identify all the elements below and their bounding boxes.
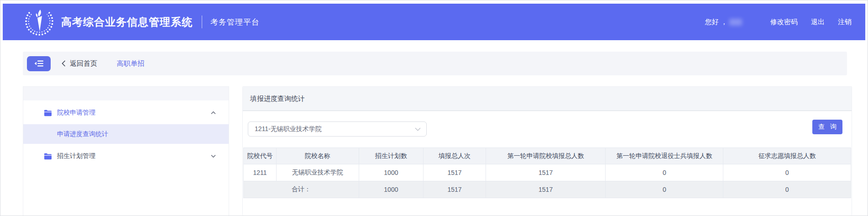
user-greeting: 您好 ， [705,18,742,26]
header-cell-total-submissions: 填报总人次 [423,148,486,164]
sidebar-top-strip [23,87,229,100]
breadcrumb-bar: 返回首页 高职单招 [23,52,847,75]
school-select[interactable]: 1211-无锡职业技术学院 [248,121,427,137]
summary-label: 合计： [244,181,359,198]
logout-link[interactable]: 注销 [838,18,852,26]
title-divider [202,16,202,28]
chevron-down-icon [211,155,216,158]
page-title: 填报进度查询统计 [250,95,305,103]
sidebar: 院校申请管理 申请进度查询统计 招生计划管理 [23,86,229,216]
collapse-menu-button[interactable] [27,56,51,71]
table-cell: 1211 [244,164,277,181]
folder-icon [44,153,52,160]
panel-header: 填报进度查询统计 [243,87,852,111]
summary-cell: 0 [606,181,723,198]
summary-cell: 1517 [486,181,606,198]
header-cell-supplementary-total: 征求志愿填报总人数 [723,148,851,164]
fold-menu-icon [34,60,44,67]
username-redacted [729,19,742,26]
summary-cell: 0 [723,181,851,198]
sidebar-group-college-application[interactable]: 院校申请管理 [23,104,229,122]
header-cell-plan-count: 招生计划数 [359,148,423,164]
sidebar-item-application-progress[interactable]: 申请进度查询统计 [23,124,229,144]
table-cell: 0 [723,164,851,181]
chevron-left-icon [62,60,66,67]
exit-link[interactable]: 退出 [811,18,825,26]
summary-cell: 1000 [359,181,423,198]
sidebar-group-enrollment-plan[interactable]: 招生计划管理 [23,147,229,165]
stats-table: 院校代号 院校名称 招生计划数 填报总人次 第一轮申请院校填报总人数 第一轮申请… [243,148,851,198]
sidebar-group-label: 招生计划管理 [57,152,95,160]
table-cell: 1000 [359,164,423,181]
table-cell: 1517 [423,164,486,181]
app-header: 高考综合业务信息管理系统 考务管理平台 您好 ， 修改密码 退出 注销 [3,4,865,40]
logo-icon [23,5,56,38]
table-cell: 1517 [486,164,606,181]
header-cell-college-name: 院校名称 [276,148,359,164]
table-header-row: 院校代号 院校名称 招生计划数 填报总人次 第一轮申请院校填报总人数 第一轮申请… [244,148,851,164]
back-label: 返回首页 [70,59,97,68]
app-subtitle: 考务管理平台 [210,17,260,27]
main-panel: 填报进度查询统计 1211-无锡职业技术学院 查 询 院校代号 院校名称 招生计… [242,86,852,216]
header-cell-round1-total: 第一轮申请院校填报总人数 [486,148,606,164]
back-link[interactable]: 返回首页 [62,59,97,68]
header-user-area: 您好 ， 修改密码 退出 注销 [705,18,852,26]
header-cell-college-code: 院校代号 [244,148,277,164]
greeting-text: 您好 ， [705,18,727,26]
chevron-up-icon [211,111,216,115]
sidebar-item-label: 申请进度查询统计 [57,130,108,138]
summary-cell: 1517 [423,181,486,198]
folder-icon [44,110,52,116]
table-row: 1211 无锡职业技术学院 1000 1517 1517 0 0 [244,164,851,181]
app-title: 高考综合业务信息管理系统 [61,15,193,29]
sidebar-group-label: 院校申请管理 [57,109,95,117]
table-cell: 无锡职业技术学院 [276,164,359,181]
table-cell: 0 [606,164,723,181]
page: 高考综合业务信息管理系统 考务管理平台 您好 ， 修改密码 退出 注销 [0,0,868,216]
select-value: 1211-无锡职业技术学院 [255,125,415,133]
header-cell-round1-veterans: 第一轮申请院校退役士兵填报人数 [606,148,723,164]
query-button[interactable]: 查 询 [812,120,842,134]
summary-row: 合计： 1000 1517 1517 0 0 [244,181,851,198]
change-password-link[interactable]: 修改密码 [770,18,798,26]
breadcrumb-current[interactable]: 高职单招 [117,59,144,68]
select-arrow-icon [415,127,421,131]
